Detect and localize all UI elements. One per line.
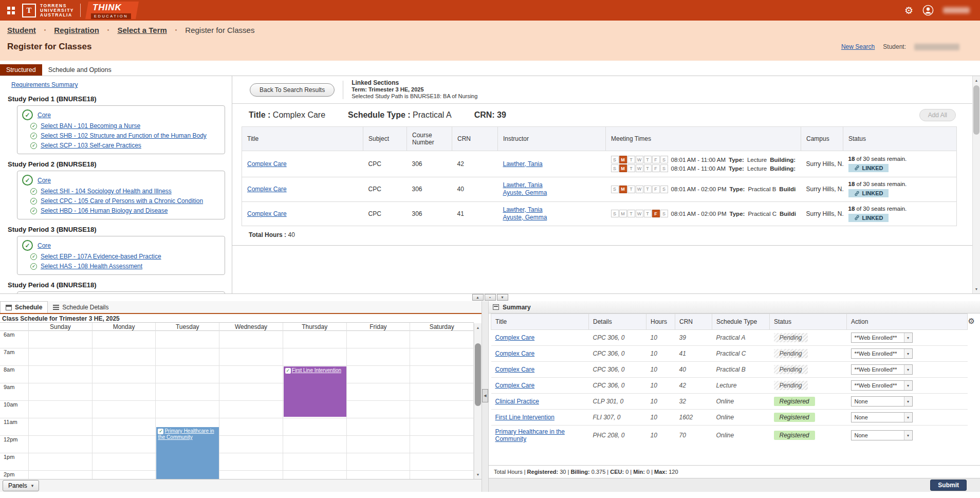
course-select-link[interactable]: Select SCP - 103 Self-care Practices	[41, 142, 141, 150]
core-group-link[interactable]: Core	[38, 177, 51, 184]
calendar-cell[interactable]	[347, 471, 411, 479]
calendar-cell[interactable]	[283, 418, 347, 436]
splitter-drag-handle[interactable]: ▪	[485, 294, 496, 301]
vertical-scrollbar[interactable]: ▲ ▼	[972, 76, 980, 293]
calendar-cell[interactable]	[93, 383, 156, 401]
tab-schedule-and-options[interactable]: Schedule and Options	[42, 64, 118, 76]
action-select[interactable]: None▾	[851, 412, 913, 422]
summary-course-link[interactable]: First Line Intervention	[495, 414, 554, 421]
calendar-cell[interactable]	[219, 331, 283, 348]
calendar-event[interactable]: ✓Primary Healthcare in the Community	[156, 427, 219, 479]
calendar-cell[interactable]	[219, 471, 283, 479]
tab-structured[interactable]: Structured	[0, 64, 42, 76]
torrens-logo[interactable]: T TORRENS UNIVERSITY AUSTRALIA	[22, 4, 74, 17]
calendar-cell[interactable]	[219, 436, 283, 453]
column-header-instructor[interactable]: Instructor	[498, 127, 606, 151]
horizontal-splitter[interactable]: ▲ ▪ ▼	[0, 294, 980, 301]
calendar-cell[interactable]	[93, 348, 156, 366]
course-select-link[interactable]: Select SHB - 102 Structure and Function …	[41, 132, 207, 140]
breadcrumb-item-registration[interactable]: Registration	[54, 26, 99, 34]
calendar-cell[interactable]	[29, 471, 93, 479]
calendar-cell[interactable]	[347, 436, 411, 453]
column-header-course-number[interactable]: Course Number	[407, 127, 452, 151]
calendar-cell[interactable]	[410, 418, 474, 436]
summary-course-link[interactable]: Complex Care	[495, 350, 535, 357]
user-icon[interactable]	[922, 5, 934, 16]
calendar-cell[interactable]	[29, 331, 93, 348]
column-header-meeting-times[interactable]: Meeting Times	[606, 127, 801, 151]
action-select[interactable]: **Web Enrolled**▾	[851, 364, 913, 375]
calendar-cell[interactable]	[283, 453, 347, 471]
calendar-cell[interactable]	[93, 331, 156, 348]
column-header-details[interactable]: Details	[589, 314, 646, 330]
column-header-schedule-type[interactable]: Schedule Type	[712, 314, 770, 330]
calendar-cell[interactable]	[283, 348, 347, 366]
section-title-link[interactable]: Complex Care	[247, 210, 287, 217]
core-group-link[interactable]: Core	[38, 112, 51, 119]
calendar-cell[interactable]	[410, 366, 474, 383]
column-header-title[interactable]: Title	[491, 314, 589, 330]
calendar-cell[interactable]	[219, 383, 283, 401]
calendar-cell[interactable]	[29, 348, 93, 366]
column-header-status[interactable]: Status	[770, 314, 847, 330]
instructor-link[interactable]: Lawther, Tania	[503, 206, 601, 214]
summary-course-link[interactable]: Primary Healthcare in the Community	[495, 428, 565, 442]
action-select[interactable]: **Web Enrolled**▾	[851, 380, 913, 391]
scrollbar-thumb[interactable]	[973, 85, 979, 135]
column-header-status[interactable]: Status	[843, 127, 957, 151]
column-header-title[interactable]: Title	[242, 127, 363, 151]
calendar-cell[interactable]	[93, 471, 156, 479]
calendar-cell[interactable]	[347, 331, 411, 348]
summary-course-link[interactable]: Complex Care	[495, 334, 535, 341]
calendar-cell[interactable]	[347, 418, 411, 436]
event-link[interactable]: Primary Healthcare in the Community	[158, 428, 214, 440]
action-select[interactable]: **Web Enrolled**▾	[851, 348, 913, 359]
calendar-cell[interactable]	[410, 471, 474, 479]
calendar-cell[interactable]	[347, 401, 411, 418]
instructor-link[interactable]: Ayuste, Gemma	[503, 189, 601, 197]
tab-schedule-details[interactable]: Schedule Details	[48, 302, 114, 313]
new-search-link[interactable]: New Search	[841, 43, 875, 50]
calendar-cell[interactable]	[156, 348, 219, 366]
course-select-link[interactable]: Select SHI - 104 Sociology of Health and…	[41, 188, 172, 195]
scroll-down-icon[interactable]: ▼	[474, 471, 482, 478]
calendar-cell[interactable]	[29, 366, 93, 383]
calendar-cell[interactable]	[219, 418, 283, 436]
calendar-cell[interactable]	[93, 401, 156, 418]
calendar-cell[interactable]	[410, 348, 474, 366]
event-link[interactable]: First Line Intervention	[292, 367, 341, 373]
core-group-link[interactable]: Core	[38, 242, 51, 249]
action-select[interactable]: None▾	[851, 396, 913, 407]
tab-schedule[interactable]: Schedule	[0, 301, 48, 313]
summary-course-link[interactable]: Clinical Practice	[495, 398, 539, 405]
column-header-crn[interactable]: CRN	[452, 127, 498, 151]
calendar-cell[interactable]	[219, 366, 283, 383]
splitter-expand-down-button[interactable]: ▼	[497, 294, 508, 301]
calendar-cell[interactable]	[156, 331, 219, 348]
calendar-cell[interactable]	[347, 383, 411, 401]
column-header-crn[interactable]: CRN	[675, 314, 712, 330]
panels-button[interactable]: Panels ▾	[3, 480, 39, 491]
calendar-cell[interactable]	[410, 331, 474, 348]
scroll-down-icon[interactable]: ▼	[973, 285, 980, 293]
course-select-link[interactable]: Select EBP - 107A Evidence-based Practic…	[41, 253, 161, 261]
calendar-cell[interactable]	[410, 436, 474, 453]
calendar-cell[interactable]	[219, 348, 283, 366]
calendar-cell[interactable]	[156, 366, 219, 383]
calendar-cell[interactable]	[283, 331, 347, 348]
calendar-cell[interactable]	[93, 436, 156, 453]
summary-settings-gear-icon[interactable]: ⚙	[968, 317, 975, 326]
scroll-up-icon[interactable]: ▲	[474, 324, 482, 331]
add-all-button[interactable]: Add All	[919, 109, 956, 121]
calendar-cell[interactable]	[29, 401, 93, 418]
summary-course-link[interactable]: Complex Care	[495, 382, 535, 389]
back-to-search-button[interactable]: Back To Search Results	[250, 83, 335, 97]
calendar-cell[interactable]	[219, 401, 283, 418]
calendar-cell[interactable]	[93, 418, 156, 436]
scrollbar-thumb[interactable]	[475, 343, 481, 406]
calendar-cell[interactable]	[347, 453, 411, 471]
calendar-event[interactable]: ✓First Line Intervention	[284, 366, 346, 417]
calendar-cell[interactable]	[93, 453, 156, 471]
calendar-cell[interactable]	[29, 418, 93, 436]
calendar-cell[interactable]	[29, 436, 93, 453]
